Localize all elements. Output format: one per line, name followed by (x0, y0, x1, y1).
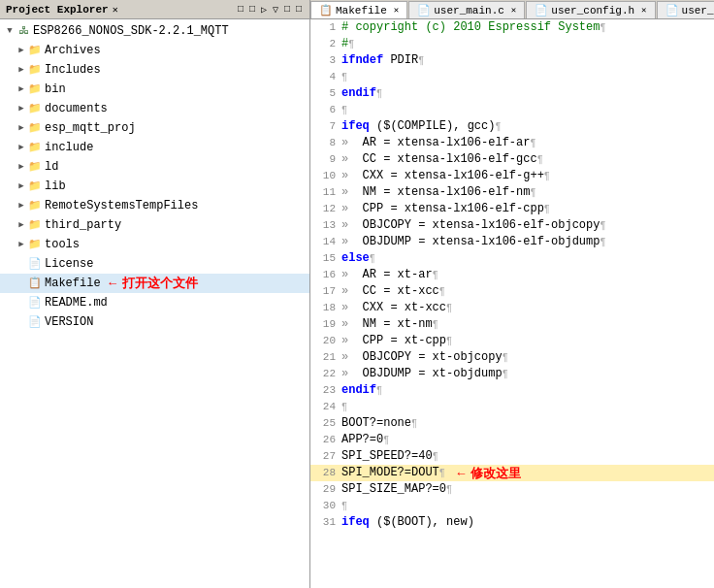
folder-icon-archives: 📁 (27, 42, 43, 59)
tab-makefile[interactable]: 📋 Makefile ✕ (310, 1, 407, 18)
code-line-11: 11 » NM = xtensa-lx106-elf-nm¶ (310, 184, 714, 201)
line-num-2: 2 (314, 36, 341, 52)
tab-close-makefile[interactable]: ✕ (394, 5, 399, 16)
folder-icon-tools: 📁 (27, 236, 43, 253)
code-line-16: 16 » AR = xt-ar¶ (310, 267, 714, 283)
line-content-5: endif¶ (341, 85, 382, 102)
code-line-30: 30 ¶ (310, 498, 714, 514)
run-icon[interactable]: ▷ (259, 3, 269, 16)
file-icon-license: 📄 (27, 255, 43, 273)
line-num-17: 17 (314, 283, 341, 300)
line-num-25: 25 (314, 415, 341, 432)
line-num-11: 11 (314, 184, 341, 201)
folder-icon-bin: 📁 (27, 81, 43, 98)
code-line-21: 21 » OBJCOPY = xt-objcopy¶ (310, 349, 714, 366)
tree-item-makefile[interactable]: 📋 Makefile ← 打开这个文件 (0, 274, 309, 293)
tree-item-third-party[interactable]: ▶ 📁 third_party (0, 215, 309, 235)
line-content-9: » CC = xtensa-lx106-elf-gcc¶ (341, 151, 543, 168)
line-content-31: ifeq ($(BOOT), new) (341, 514, 474, 531)
tree-item-archives[interactable]: ▶ 📁 Archives (0, 41, 309, 60)
tree-arrow-esp-mqtt-proj: ▶ (16, 119, 27, 137)
code-line-10: 10 » CXX = xtensa-lx106-elf-g++¶ (310, 168, 714, 184)
code-line-14: 14 » OBJDUMP = xtensa-lx106-elf-objdump¶ (310, 234, 714, 250)
code-line-3: 3 ifndef PDIR¶ (310, 52, 714, 69)
tree-arrow-remote-systems: ▶ (16, 197, 27, 214)
tab-close-user-main[interactable]: ✕ (511, 5, 516, 16)
tree-item-documents[interactable]: ▶ 📁 documents (0, 99, 309, 118)
editor-area[interactable]: 1 # copyright (c) 2010 Espressif System¶… (310, 19, 714, 588)
tab-label-makefile: Makefile (336, 5, 387, 16)
file-icon-version: 📄 (27, 313, 43, 331)
code-line-17: 17 » CC = xt-xcc¶ (310, 283, 714, 300)
editor-tabs: 📋 Makefile ✕ 📄 user_main.c ✕ 📄 user_conf… (310, 0, 714, 19)
line-num-16: 16 (314, 267, 341, 283)
line-content-1: # copyright (c) 2010 Espressif System¶ (341, 19, 605, 36)
code-line-1: 1 # copyright (c) 2010 Espressif System¶ (310, 19, 714, 36)
line-content-14: » OBJDUMP = xtensa-lx106-elf-objdump¶ (341, 234, 605, 250)
maximize-icon[interactable]: □ (247, 3, 257, 16)
line-content-21: » OBJCOPY = xt-objcopy¶ (341, 349, 508, 366)
line-num-27: 27 (314, 448, 341, 465)
dropdown-icon[interactable]: ▽ (271, 3, 280, 16)
tree-arrow-bin: ▶ (16, 81, 27, 98)
tree-item-readme[interactable]: 📄 README.md (0, 293, 309, 312)
tree-item-remote-systems[interactable]: ▶ 📁 RemoteSystemsTempFiles (0, 196, 309, 215)
code-line-28: 28 SPI_MODE?=DOUT¶ ← 修改这里 (310, 465, 714, 481)
folder-icon-includes: 📁 (27, 61, 43, 79)
panel-title: Project Explorer (6, 4, 109, 16)
folder-icon-documents: 📁 (27, 100, 43, 117)
tab-user-config[interactable]: 📄 user_config.h ✕ (526, 1, 655, 18)
line-content-23: endif¶ (341, 382, 382, 399)
line-content-7: ifeq ($(COMPILE), gcc)¶ (341, 118, 501, 135)
line-content-30: ¶ (341, 498, 347, 514)
view-icon[interactable]: □ (282, 3, 292, 16)
line-content-27: SPI_SPEED?=40¶ (341, 448, 438, 465)
tree-item-ld[interactable]: ▶ 📁 ld (0, 157, 309, 177)
line-content-10: » CXX = xtensa-lx106-elf-g++¶ (341, 168, 550, 184)
tree-arrow-ld: ▶ (16, 158, 27, 176)
line-content-13: » OBJCOPY = xtensa-lx106-elf-objcopy¶ (341, 217, 605, 234)
code-line-19: 19 » NM = xt-nm¶ (310, 316, 714, 333)
line-num-1: 1 (314, 19, 341, 36)
line-content-2: #¶ (341, 36, 354, 52)
tree-label-include: include (45, 139, 93, 156)
tree-item-includes[interactable]: ▶ 📁 Includes (0, 60, 309, 80)
folder-icon-remote-systems: 📁 (27, 197, 43, 214)
line-num-5: 5 (314, 85, 341, 102)
panel-close-icon[interactable]: ✕ (113, 4, 118, 16)
tree-label-makefile: Makefile (45, 275, 101, 292)
tree-item-license[interactable]: 📄 License (0, 254, 309, 274)
panel-header: Project Explorer ✕ □ □ ▷ ▽ □ □ (0, 0, 309, 19)
tree-item-version[interactable]: 📄 VERSION (0, 312, 309, 332)
line-num-28: 28 (314, 465, 341, 481)
tree-label-ld: ld (45, 158, 58, 176)
line-num-31: 31 (314, 514, 341, 531)
tab-user-m[interactable]: 📄 user_m ✕ (657, 1, 714, 18)
folder-icon-third-party: 📁 (27, 216, 43, 234)
line-content-12: » CPP = xtensa-lx106-elf-cpp¶ (341, 201, 550, 217)
close-panel-icon[interactable]: □ (294, 3, 304, 16)
line-num-6: 6 (314, 102, 341, 118)
line-content-22: » OBJDUMP = xt-objdump¶ (341, 366, 508, 382)
code-line-31: 31 ifeq ($(BOOT), new) (310, 514, 714, 531)
tree-arrow-archives: ▶ (16, 42, 27, 59)
tab-user-main[interactable]: 📄 user_main.c ✕ (408, 1, 525, 18)
line-num-24: 24 (314, 399, 341, 415)
line-content-28: SPI_MODE?=DOUT¶ (341, 465, 445, 481)
line-content-26: APP?=0¶ (341, 432, 389, 448)
code-line-29: 29 SPI_SIZE_MAP?=0¶ (310, 481, 714, 498)
line-content-15: else¶ (341, 250, 375, 267)
tree-root[interactable]: ▼ 🖧 ESP8266_NONOS_SDK-2.2.1_MQTT (0, 21, 309, 41)
tree-label-bin: bin (45, 81, 66, 98)
code-line-6: 6 ¶ (310, 102, 714, 118)
line-num-18: 18 (314, 300, 341, 316)
tree-item-include[interactable]: ▶ 📁 include (0, 138, 309, 157)
tab-close-user-config[interactable]: ✕ (641, 5, 646, 16)
minimize-icon[interactable]: □ (236, 3, 245, 16)
tree-item-bin[interactable]: ▶ 📁 bin (0, 80, 309, 99)
tree-item-esp-mqtt-proj[interactable]: ▶ 📁 esp_mqtt_proj (0, 118, 309, 138)
line-num-14: 14 (314, 234, 341, 250)
tree-label-license: License (45, 255, 93, 273)
tree-item-tools[interactable]: ▶ 📁 tools (0, 235, 309, 254)
tree-item-lib[interactable]: ▶ 📁 lib (0, 177, 309, 196)
